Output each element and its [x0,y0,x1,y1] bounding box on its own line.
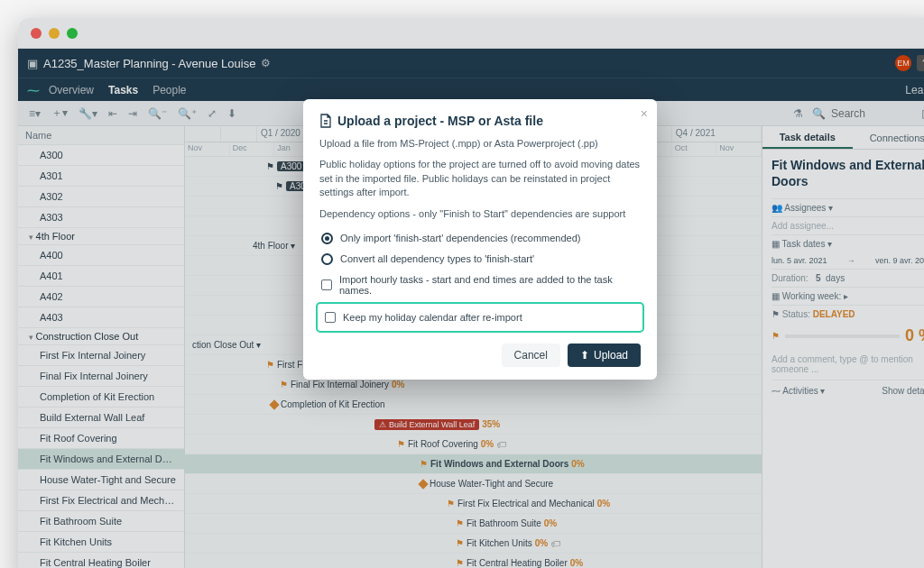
checkbox-icon [321,279,332,290]
radio-icon [321,253,333,265]
app-window: ▣ A1235_Master Planning - Avenue Louise … [18,18,924,568]
upload-icon: ⬆ [580,349,589,362]
radio-icon [321,233,333,244]
modal-desc-3: Dependency options - only "Finish to Sta… [319,207,641,221]
radio-finish-start[interactable]: Only import 'finish-start' dependencies … [319,228,641,249]
upload-button[interactable]: ⬆Upload [568,344,641,367]
modal-overlay[interactable]: × Upload a project - MSP or Asta file Up… [18,18,924,568]
close-icon[interactable]: × [641,106,648,121]
modal-desc-1: Upload a file from MS-Project (.mpp) or … [319,137,641,151]
file-icon [319,114,332,128]
checkbox-hourly-tasks[interactable]: Import hourly tasks - start and end time… [319,270,641,300]
checkbox-icon [325,312,336,323]
cancel-button[interactable]: Cancel [502,344,560,367]
upload-modal: × Upload a project - MSP or Asta file Up… [303,99,657,380]
radio-convert-all[interactable]: Convert all dependency types to 'finish-… [319,249,641,270]
modal-desc-2: Public holiday options for the project a… [319,158,641,199]
modal-title: Upload a project - MSP or Asta file [319,114,641,128]
checkbox-keep-holiday[interactable]: Keep my holiday calendar after re-import [323,307,637,327]
highlighted-option: Keep my holiday calendar after re-import [316,302,644,333]
